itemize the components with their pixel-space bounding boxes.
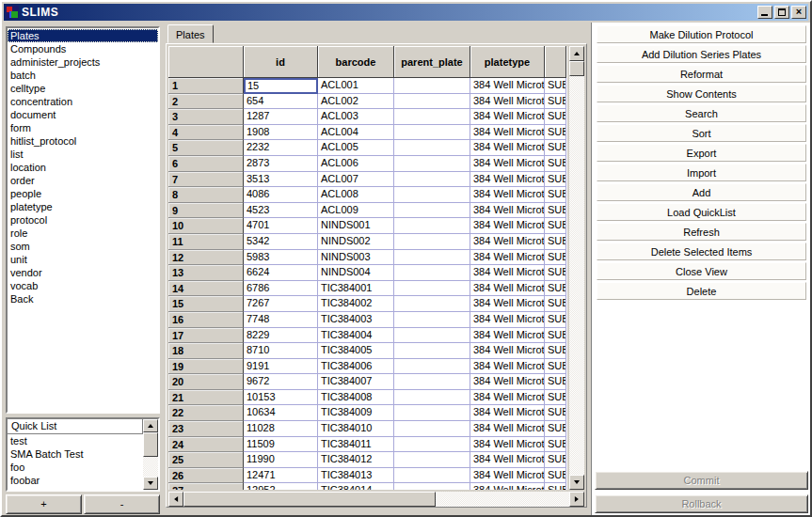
quicklist-scroll-thumb[interactable] bbox=[143, 432, 158, 457]
quicklist-item-test[interactable]: test bbox=[8, 434, 143, 447]
cell-platetype[interactable]: 384 Well Microti bbox=[470, 265, 545, 281]
cell-extra[interactable]: SUB bbox=[545, 94, 566, 110]
cell-parent-plate[interactable] bbox=[394, 234, 470, 250]
cell-extra[interactable]: SUB bbox=[545, 78, 566, 94]
cell-extra[interactable]: SUB bbox=[545, 187, 566, 203]
row-number-cell[interactable]: 1 bbox=[168, 78, 244, 94]
cell-extra[interactable]: SUB bbox=[545, 250, 566, 266]
row-number-cell[interactable]: 16 bbox=[168, 312, 244, 328]
cell-parent-plate[interactable] bbox=[394, 452, 470, 468]
sidebar-item-protocol[interactable]: protocol bbox=[8, 213, 158, 227]
cell-platetype[interactable]: 384 Well Microti bbox=[470, 234, 545, 250]
sidebar-item-platetype[interactable]: platetype bbox=[8, 200, 158, 213]
commit-button[interactable]: Commit bbox=[595, 471, 808, 490]
quicklist-item-foobar[interactable]: foobar bbox=[8, 474, 143, 487]
cell-extra[interactable]: SUB bbox=[545, 296, 566, 312]
cell-extra[interactable]: SUB bbox=[545, 483, 566, 490]
cell-barcode[interactable]: TIC384001 bbox=[318, 281, 394, 297]
cell-id[interactable]: 2232 bbox=[244, 140, 318, 156]
row-number-cell[interactable]: 24 bbox=[168, 437, 244, 453]
cell-platetype[interactable]: 384 Well Microti bbox=[470, 405, 545, 421]
cell-barcode[interactable]: NINDS004 bbox=[318, 265, 394, 281]
cell-parent-plate[interactable] bbox=[394, 156, 470, 172]
cell-extra[interactable]: SUB bbox=[545, 437, 566, 453]
cell-barcode[interactable]: NINDS001 bbox=[318, 218, 394, 234]
cell-platetype[interactable]: 384 Well Microti bbox=[470, 328, 545, 344]
cell-id[interactable]: 654 bbox=[244, 94, 318, 110]
cell-extra[interactable]: SUB bbox=[545, 452, 566, 468]
cell-extra[interactable]: SUB bbox=[545, 281, 566, 297]
sidebar-item-concentration[interactable]: concentration bbox=[8, 95, 158, 108]
cell-barcode[interactable]: TIC384007 bbox=[318, 374, 394, 390]
cell-id[interactable]: 11990 bbox=[244, 452, 318, 468]
sidebar-item-form[interactable]: form bbox=[8, 121, 158, 134]
row-number-cell[interactable]: 22 bbox=[168, 405, 244, 421]
row-number-cell[interactable]: 14 bbox=[168, 281, 244, 297]
cell-platetype[interactable]: 384 Well Microti bbox=[470, 468, 545, 484]
cell-parent-plate[interactable] bbox=[394, 94, 470, 110]
refresh-button[interactable]: Refresh bbox=[597, 223, 806, 241]
cell-platetype[interactable]: 384 Well Microti bbox=[470, 78, 545, 94]
cell-platetype[interactable]: 384 Well Microti bbox=[470, 187, 545, 203]
close-view-button[interactable]: Close View bbox=[597, 262, 806, 280]
cell-barcode[interactable]: TIC384012 bbox=[318, 452, 394, 468]
cell-id[interactable]: 12952 bbox=[244, 483, 318, 490]
horizontal-scroll-track[interactable] bbox=[436, 492, 569, 507]
cell-parent-plate[interactable] bbox=[394, 109, 470, 125]
cell-platetype[interactable]: 384 Well Microti bbox=[470, 140, 545, 156]
sidebar-item-role[interactable]: role bbox=[8, 227, 158, 240]
cell-extra[interactable]: SUB bbox=[545, 390, 566, 406]
cell-barcode[interactable]: ACL004 bbox=[318, 125, 394, 141]
cell-extra[interactable]: SUB bbox=[545, 405, 566, 421]
cell-parent-plate[interactable] bbox=[394, 218, 470, 234]
cell-platetype[interactable]: 384 Well Microti bbox=[470, 125, 545, 141]
cell-extra[interactable]: SUB bbox=[545, 234, 566, 250]
vertical-scroll-thumb[interactable] bbox=[569, 61, 584, 76]
cell-id[interactable]: 3513 bbox=[244, 172, 318, 188]
vertical-scrollbar[interactable] bbox=[569, 46, 584, 490]
cell-parent-plate[interactable] bbox=[394, 312, 470, 328]
sidebar-item-back[interactable]: Back bbox=[8, 292, 158, 306]
row-number-cell[interactable]: 9 bbox=[168, 203, 244, 219]
cell-barcode[interactable]: TIC384010 bbox=[318, 421, 394, 437]
cell-barcode[interactable]: TIC384002 bbox=[318, 296, 394, 312]
cell-platetype[interactable]: 384 Well Microti bbox=[470, 483, 545, 490]
sidebar-item-batch[interactable]: batch bbox=[8, 69, 158, 82]
cell-id[interactable]: 2873 bbox=[244, 156, 318, 172]
cell-id[interactable]: 5983 bbox=[244, 250, 318, 266]
cell-platetype[interactable]: 384 Well Microti bbox=[470, 296, 545, 312]
row-number-cell[interactable]: 12 bbox=[168, 250, 244, 266]
row-number-cell[interactable]: 17 bbox=[168, 328, 244, 344]
cell-id[interactable]: 4701 bbox=[244, 218, 318, 234]
cell-id[interactable]: 6624 bbox=[244, 265, 318, 281]
horizontal-scroll-thumb[interactable] bbox=[183, 492, 436, 507]
delete-selected-items-button[interactable]: Delete Selected Items bbox=[597, 243, 806, 260]
scroll-left-icon[interactable] bbox=[168, 492, 183, 507]
cell-platetype[interactable]: 384 Well Microti bbox=[470, 94, 545, 110]
cell-barcode[interactable]: ACL007 bbox=[318, 172, 394, 188]
cell-parent-plate[interactable] bbox=[394, 343, 470, 359]
sidebar-item-location[interactable]: location bbox=[8, 161, 158, 174]
cell-id[interactable]: 8710 bbox=[244, 343, 318, 359]
cell-id[interactable]: 10634 bbox=[244, 405, 318, 421]
cell-id[interactable]: 15 bbox=[244, 78, 318, 94]
quicklist-add-button[interactable]: + bbox=[6, 494, 82, 514]
cell-barcode[interactable]: TIC384011 bbox=[318, 437, 394, 453]
cell-platetype[interactable]: 384 Well Microti bbox=[470, 109, 545, 125]
cell-barcode[interactable]: NINDS002 bbox=[318, 234, 394, 250]
row-number-cell[interactable]: 11 bbox=[168, 234, 244, 250]
cell-parent-plate[interactable] bbox=[394, 250, 470, 266]
scroll-down-icon[interactable] bbox=[143, 477, 158, 490]
cell-extra[interactable]: SUB bbox=[545, 359, 566, 375]
cell-barcode[interactable]: TIC384005 bbox=[318, 343, 394, 359]
cell-barcode[interactable]: TIC384008 bbox=[318, 390, 394, 406]
cell-id[interactable]: 12471 bbox=[244, 468, 318, 484]
quicklist-scroll-track[interactable] bbox=[143, 457, 158, 477]
cell-parent-plate[interactable] bbox=[394, 125, 470, 141]
sidebar-item-compounds[interactable]: Compounds bbox=[8, 42, 158, 55]
cell-id[interactable]: 4523 bbox=[244, 203, 318, 219]
row-number-cell[interactable]: 5 bbox=[168, 140, 244, 156]
row-number-cell[interactable]: 6 bbox=[168, 156, 244, 172]
tab-plates[interactable]: Plates bbox=[167, 24, 214, 43]
add-dilution-series-plates-button[interactable]: Add Dilution Series Plates bbox=[597, 45, 806, 63]
